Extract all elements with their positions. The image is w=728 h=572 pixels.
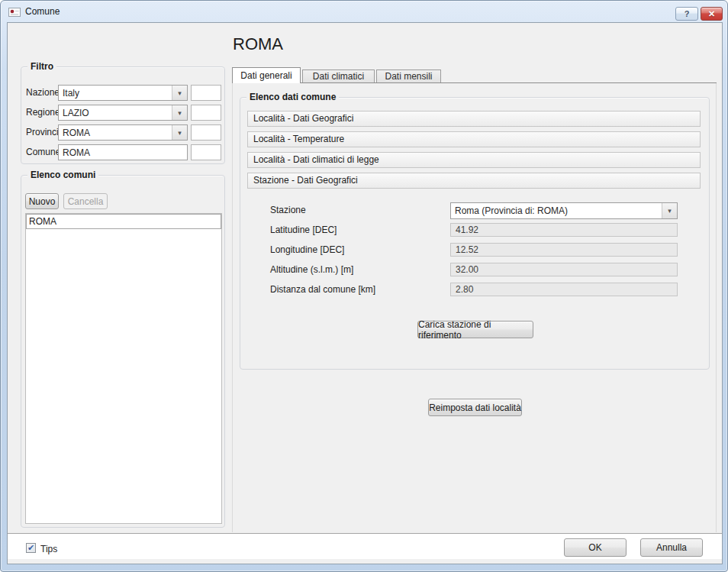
tab-dati-generali[interactable]: Dati generali	[232, 67, 301, 83]
stazione-label: Stazione	[270, 205, 306, 215]
help-button[interactable]: ?	[675, 7, 698, 21]
nazione-code-field[interactable]	[191, 85, 221, 101]
page-title: ROMA	[233, 34, 283, 54]
elenco-comuni-groupbox: Elenco comuni Nuovo Cancella ROMA	[21, 175, 225, 528]
distanza-field: 2.80	[450, 283, 678, 296]
comune-dialog-window: Comune ? ✕ ROMA Filtro Nazione Italy ▾ R…	[0, 0, 728, 572]
tab-dati-mensili[interactable]: Dati mensili	[376, 69, 441, 82]
regione-label: Regione	[26, 107, 60, 118]
cancella-button[interactable]: Cancella	[63, 193, 108, 209]
elenco-dati-groupbox: Elenco dati comune Località - Dati Geogr…	[240, 97, 710, 370]
latitudine-field: 41.92	[450, 223, 678, 237]
carica-stazione-button[interactable]: Carica stazione di riferimento	[417, 321, 533, 338]
section-localita-dati-climatici-di-legge[interactable]: Località - Dati climatici di legge	[247, 152, 701, 168]
elenco-dati-group-label: Elenco dati comune	[246, 92, 339, 102]
elenco-comuni-group-label: Elenco comuni	[27, 170, 98, 180]
section-stazione-dati-geografici[interactable]: Stazione - Dati Geografici	[247, 173, 701, 189]
regione-combobox[interactable]: LAZIO ▾	[58, 105, 188, 121]
app-icon	[8, 6, 21, 18]
tips-checkbox[interactable]: ✔	[26, 543, 36, 553]
filtro-group-label: Filtro	[27, 61, 56, 72]
nazione-label: Nazione	[26, 87, 60, 98]
chevron-down-icon[interactable]: ▾	[662, 203, 677, 218]
provincia-code-field[interactable]	[191, 124, 221, 141]
tab-strip-line	[232, 82, 717, 83]
tab-panel-edge-left	[232, 83, 233, 532]
regione-value: LAZIO	[59, 108, 172, 118]
provincia-combobox[interactable]: ROMA ▾	[58, 124, 188, 141]
annulla-button[interactable]: Annulla	[640, 538, 703, 557]
comuni-listbox[interactable]: ROMA	[25, 213, 222, 524]
longitudine-field: 12.52	[450, 243, 678, 257]
reimposta-button[interactable]: Reimposta dati località	[428, 399, 522, 416]
nuovo-button[interactable]: Nuovo	[25, 193, 59, 209]
filtro-groupbox: Filtro Nazione Italy ▾ Regione LAZIO ▾ P…	[21, 66, 225, 164]
section-localita-temperature[interactable]: Località - Temperature	[247, 131, 701, 147]
section-localita-dati-geografici[interactable]: Località - Dati Geografici	[247, 111, 701, 127]
comune-label: Comune	[26, 147, 60, 157]
comune-input[interactable]	[58, 144, 188, 160]
stazione-value: Roma (Provincia di: ROMA)	[451, 205, 662, 216]
nazione-combobox[interactable]: Italy ▾	[58, 85, 188, 101]
provincia-value: ROMA	[59, 128, 172, 138]
titlebar[interactable]: Comune ? ✕	[1, 1, 728, 22]
altitudine-field: 32.00	[450, 263, 678, 276]
list-item[interactable]: ROMA	[26, 214, 221, 229]
altitudine-label: Altitudine (s.l.m.) [m]	[270, 264, 353, 275]
tab-panel-edge-right	[716, 83, 717, 532]
tab-dati-climatici[interactable]: Dati climatici	[302, 69, 375, 82]
chevron-down-icon[interactable]: ▾	[172, 86, 187, 100]
longitudine-label: Longitudine [DEC]	[270, 244, 344, 255]
regione-code-field[interactable]	[191, 105, 221, 121]
ok-button[interactable]: OK	[564, 538, 627, 557]
close-button[interactable]: ✕	[701, 7, 723, 21]
tips-label: Tips	[40, 544, 57, 554]
latitudine-label: Latitudine [DEC]	[270, 225, 337, 235]
check-icon: ✔	[27, 544, 34, 552]
chevron-down-icon[interactable]: ▾	[172, 125, 187, 140]
comune-code-field[interactable]	[191, 144, 221, 160]
nazione-value: Italy	[59, 88, 172, 99]
stazione-combobox[interactable]: Roma (Provincia di: ROMA) ▾	[450, 202, 678, 219]
window-title: Comune	[25, 6, 60, 17]
help-icon: ?	[685, 9, 690, 18]
chevron-down-icon[interactable]: ▾	[172, 105, 187, 120]
close-icon: ✕	[708, 9, 715, 19]
distanza-label: Distanza dal comune [km]	[270, 284, 375, 295]
